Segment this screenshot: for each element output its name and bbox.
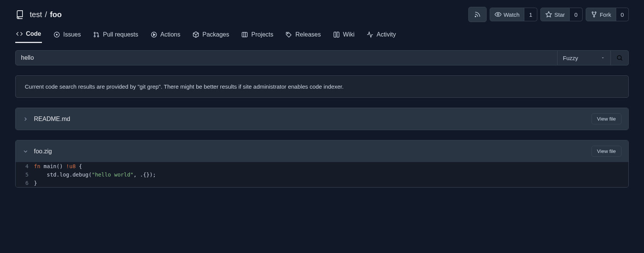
- tab-packages[interactable]: Packages: [192, 26, 230, 43]
- search-notice: Current code search results are provided…: [15, 75, 629, 98]
- tab-wiki[interactable]: Wiki: [332, 26, 355, 43]
- tab-projects[interactable]: Projects: [240, 26, 274, 43]
- activity-icon: [367, 31, 373, 38]
- project-icon: [241, 31, 248, 38]
- svg-point-8: [94, 32, 95, 33]
- svg-point-0: [475, 16, 476, 17]
- repo-icon: [15, 10, 24, 19]
- line-number: 5: [16, 170, 34, 179]
- tab-actions-label: Actions: [160, 31, 180, 38]
- svg-marker-2: [546, 12, 551, 17]
- repo-title: test / foo: [15, 10, 62, 19]
- code-content: std.log.debug("hello world", .{});: [34, 170, 156, 179]
- breadcrumb-separator: /: [45, 10, 47, 19]
- svg-point-3: [592, 12, 593, 13]
- tag-icon: [285, 31, 292, 38]
- code-content: }: [34, 179, 37, 187]
- result-header[interactable]: README.mdView file: [16, 108, 628, 130]
- svg-point-7: [56, 34, 58, 35]
- svg-marker-12: [153, 33, 155, 36]
- repo-owner-link[interactable]: test: [30, 10, 42, 19]
- star-icon: [545, 11, 552, 18]
- tab-projects-label: Projects: [251, 31, 273, 38]
- tab-issues-label: Issues: [63, 31, 81, 38]
- view-file-button[interactable]: View file: [591, 113, 622, 124]
- tab-releases-label: Releases: [295, 31, 321, 38]
- search-submit-button[interactable]: [611, 50, 629, 65]
- tab-actions[interactable]: Actions: [150, 26, 181, 43]
- watch-label: Watch: [504, 11, 520, 18]
- rss-icon: [474, 11, 481, 18]
- tab-activity-label: Activity: [376, 31, 396, 38]
- search-icon: [616, 54, 623, 61]
- line-number: 4: [16, 162, 34, 170]
- view-file-button[interactable]: View file: [591, 146, 622, 157]
- code-line: 5 std.log.debug("hello world", .{});: [16, 170, 628, 179]
- svg-point-16: [287, 33, 288, 33]
- svg-point-5: [593, 16, 594, 17]
- rss-button[interactable]: [468, 7, 487, 22]
- svg-point-1: [497, 14, 499, 16]
- issues-icon: [53, 31, 60, 38]
- tab-code-label: Code: [26, 30, 41, 37]
- book-icon: [333, 31, 340, 38]
- search-mode-select[interactable]: Fuzzy: [557, 50, 611, 65]
- svg-line-18: [621, 59, 622, 60]
- line-number: 6: [16, 179, 34, 187]
- code-snippet: 4fn main() !u8 {5 std.log.debug("hello w…: [16, 162, 628, 187]
- fork-label: Fork: [600, 11, 611, 18]
- svg-point-4: [595, 12, 596, 13]
- star-button[interactable]: Star: [540, 8, 570, 21]
- watch-button[interactable]: Watch: [490, 8, 525, 21]
- search-result: README.mdView file: [15, 108, 629, 130]
- tab-code[interactable]: Code: [15, 26, 42, 43]
- fork-icon: [591, 11, 598, 18]
- chevron-down-icon[interactable]: [22, 148, 29, 154]
- code-line: 4fn main() !u8 {: [16, 162, 628, 170]
- chevron-down-icon: [601, 56, 605, 60]
- svg-point-10: [98, 35, 99, 37]
- tab-pulls-label: Pull requests: [103, 31, 138, 38]
- tab-activity[interactable]: Activity: [366, 26, 397, 43]
- svg-point-9: [94, 35, 95, 37]
- code-content: fn main() !u8 {: [34, 162, 82, 170]
- tab-pull-requests[interactable]: Pull requests: [92, 26, 139, 43]
- svg-point-17: [617, 56, 622, 60]
- fork-button[interactable]: Fork: [586, 8, 616, 21]
- eye-icon: [495, 11, 501, 18]
- git-pull-request-icon: [93, 31, 100, 38]
- chevron-right-icon[interactable]: [22, 116, 29, 122]
- svg-rect-13: [242, 32, 248, 37]
- fork-count[interactable]: 0: [616, 8, 629, 21]
- search-mode-label: Fuzzy: [563, 55, 578, 61]
- play-circle-icon: [151, 31, 157, 38]
- tab-releases[interactable]: Releases: [285, 26, 322, 43]
- result-header[interactable]: foo.zigView file: [16, 140, 628, 162]
- code-icon: [16, 30, 23, 37]
- watch-count[interactable]: 1: [524, 8, 537, 21]
- repo-name-link[interactable]: foo: [50, 10, 62, 19]
- result-filename[interactable]: README.md: [34, 116, 70, 123]
- result-filename[interactable]: foo.zig: [34, 148, 52, 155]
- package-icon: [192, 31, 199, 38]
- repo-tabs: Code Issues Pull requests Actions Packag…: [15, 26, 629, 43]
- tab-wiki-label: Wiki: [343, 31, 354, 38]
- search-result: foo.zigView file4fn main() !u8 {5 std.lo…: [15, 140, 629, 188]
- tab-packages-label: Packages: [202, 31, 229, 38]
- code-line: 6}: [16, 179, 628, 187]
- star-label: Star: [554, 11, 565, 18]
- star-count[interactable]: 0: [570, 8, 582, 21]
- tab-issues[interactable]: Issues: [53, 26, 82, 43]
- search-input[interactable]: [15, 50, 557, 65]
